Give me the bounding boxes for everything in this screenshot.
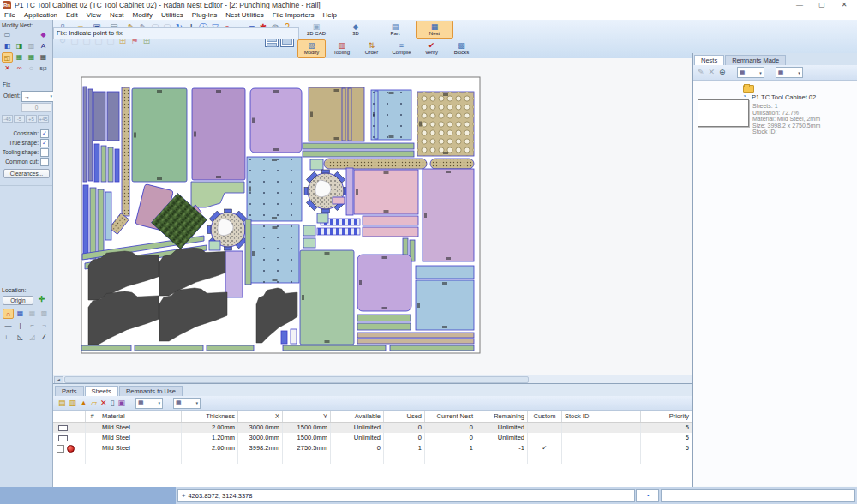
nest-part[interactable] [245, 219, 251, 285]
corner-tl-icon[interactable]: ⌐ [27, 321, 38, 331]
rotate--5-button[interactable]: +5 [26, 115, 37, 123]
nest-drawing-area[interactable] [53, 58, 692, 375]
pair-icon[interactable]: ◧ [2, 41, 13, 51]
column-header--[interactable]: # [86, 411, 99, 422]
ribbon-2d-cad[interactable]: ▣2D CAD [297, 21, 335, 39]
nest-part[interactable] [107, 92, 119, 141]
delete-sheet-icon[interactable]: ✕ [100, 399, 107, 407]
ribbon-nest[interactable]: ▦Nest [416, 21, 453, 39]
menu-application[interactable]: Application [20, 10, 62, 20]
nest-part[interactable] [250, 225, 299, 283]
edge-v-icon[interactable]: | [15, 321, 26, 331]
tab-remnants-to-use[interactable]: Remnants to Use [119, 386, 183, 396]
ribbon-compile[interactable]: ≡Compile [387, 39, 416, 58]
true-shape-checkbox[interactable]: ✓ [40, 139, 49, 147]
column-header-available[interactable]: Available [331, 411, 384, 422]
menu-help[interactable]: Help [319, 10, 341, 20]
nest-part[interactable] [348, 88, 351, 141]
scrollbar-thumb[interactable] [64, 376, 529, 383]
angle-30-icon[interactable]: ◺ [15, 333, 26, 343]
corner-tr-icon[interactable]: ¬ [39, 321, 50, 331]
column-header-material[interactable]: Material [99, 411, 182, 422]
menu-utilities[interactable]: Utilities [157, 10, 188, 20]
constrain-checkbox[interactable]: ✓ [40, 129, 49, 138]
angle-0-icon[interactable]: ∟ [3, 333, 14, 343]
import-sheet-icon[interactable]: ▲ [80, 399, 87, 407]
nest-part[interactable] [81, 345, 131, 351]
column-header-y[interactable]: Y [283, 411, 331, 422]
canvas-horizontal-scrollbar[interactable]: ◂ [53, 375, 692, 383]
nest-part[interactable] [225, 251, 243, 297]
nest-part[interactable] [281, 331, 287, 344]
orient-dropdown[interactable]: → ▾ [21, 91, 55, 102]
nest-part[interactable] [333, 197, 345, 204]
nest-part[interactable] [342, 88, 345, 141]
nest-part[interactable] [105, 192, 111, 240]
nest-part[interactable] [430, 159, 474, 169]
nest-view-combo-2[interactable]: ▦▾ [776, 67, 803, 78]
nest-part[interactable] [94, 144, 99, 182]
grid-snap-icon[interactable]: ▦ [15, 309, 26, 319]
nest-view-combo-1[interactable]: ▦▾ [737, 67, 764, 78]
rotate--45-button[interactable]: +45 [38, 115, 49, 123]
menu-nest-utilities[interactable]: Nest Utilities [221, 10, 267, 20]
grid-free-icon[interactable]: ▦ [27, 309, 38, 319]
nest-part[interactable] [93, 92, 105, 141]
ribbon-modify[interactable]: ▧Modify [297, 39, 326, 58]
rotate-circle-icon[interactable]: ◌ [26, 63, 37, 74]
nest-part[interactable] [122, 87, 129, 216]
clearances-button[interactable]: Clearances... [3, 169, 50, 178]
table-row[interactable]: Mild Steel2.00mm3000.0mm1500.0mmUnlimite… [53, 423, 692, 433]
nest-part[interactable] [303, 238, 315, 248]
rotate--45-button[interactable]: -45 [2, 115, 13, 123]
edge-h-icon[interactable]: — [3, 321, 14, 331]
move-part-icon[interactable]: ◆ [38, 30, 49, 40]
angle-45-icon[interactable]: ◿ [27, 333, 38, 343]
ribbon-order[interactable]: ⇅Order [357, 39, 386, 58]
nest-part[interactable] [88, 89, 93, 181]
tab-parts[interactable]: Parts [55, 386, 84, 396]
mirror-icon[interactable]: ∞ [14, 63, 25, 74]
column-header-used[interactable]: Used [384, 411, 425, 422]
fill-grid-icon[interactable]: ▦ [26, 52, 37, 63]
nest-part[interactable] [101, 146, 106, 182]
ribbon-verify[interactable]: ✔Verify [417, 39, 446, 58]
nest-part[interactable] [247, 157, 302, 221]
nest-part[interactable] [83, 87, 87, 182]
new-sheet-icon[interactable]: ▯ [110, 399, 114, 407]
nest-part[interactable] [303, 151, 414, 157]
nest-part[interactable] [309, 87, 364, 141]
rotate--5-button[interactable]: -5 [14, 115, 25, 123]
nest-part[interactable] [390, 345, 474, 351]
nest-grid-icon[interactable]: ▦ [14, 52, 25, 63]
nest-part[interactable] [304, 170, 347, 213]
nest-part[interactable] [357, 333, 474, 338]
nest-part[interactable] [98, 189, 104, 259]
nest-part[interactable] [346, 168, 353, 215]
sheet-view-combo-1[interactable]: ▦▾ [135, 398, 163, 409]
group-icon[interactable]: ◨ [14, 41, 25, 51]
nest-part[interactable] [357, 255, 411, 311]
load-sheet-icon[interactable]: ▱ [91, 399, 97, 407]
nest-part[interactable] [250, 88, 302, 153]
nest-part[interactable] [317, 213, 328, 223]
nest-canvas[interactable] [53, 58, 692, 375]
nest-item-title[interactable]: P1 TC Tool Cabinet 02 [752, 93, 816, 101]
column-header-current-nest[interactable]: Current Nest [425, 411, 476, 422]
table-row[interactable]: Mild Steel2.00mm3998.2mm2750.5mm011-1✓5 [53, 443, 692, 453]
nest-part[interactable] [132, 88, 187, 182]
origin-button[interactable]: Origin [3, 296, 33, 305]
ribbon-blocks[interactable]: ▩Blocks [447, 39, 476, 58]
folder-icon[interactable] [743, 85, 754, 93]
ribbon-tooling[interactable]: ▥Tooling [327, 39, 356, 58]
nest-part[interactable] [303, 225, 315, 236]
delete-nest-icon[interactable]: ✕ [709, 69, 716, 76]
minimize-button[interactable]: — [788, 0, 811, 10]
column-header-custom[interactable]: Custom [528, 411, 562, 422]
nest-part[interactable] [209, 241, 220, 250]
nest-part[interactable] [303, 143, 414, 149]
nest-part[interactable] [416, 280, 474, 330]
nest-part[interactable] [207, 345, 254, 351]
nest-part[interactable] [416, 266, 474, 279]
edit-nest-icon[interactable]: ✎ [698, 69, 704, 76]
